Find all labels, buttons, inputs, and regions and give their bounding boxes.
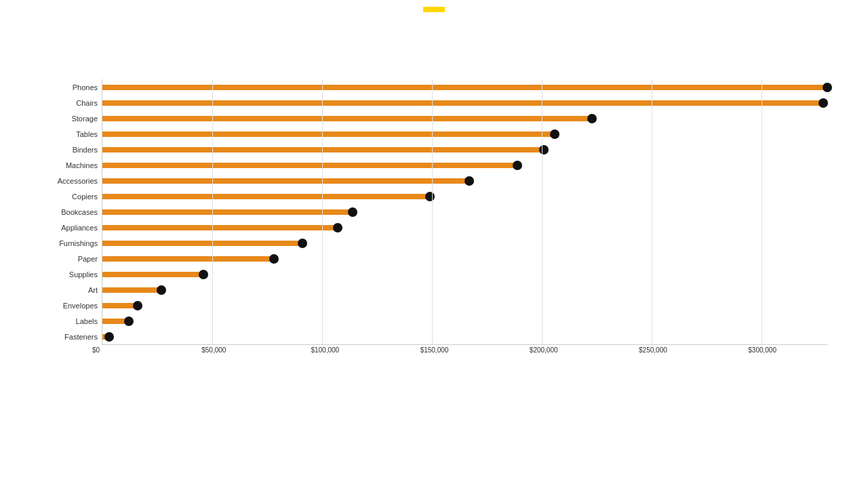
dot: [550, 129, 559, 139]
x-tick: $0: [92, 346, 100, 354]
lollipop-row: [102, 79, 827, 95]
dot: [513, 161, 522, 170]
y-label: Machines: [66, 157, 98, 173]
grid-line: [762, 79, 762, 344]
x-tick: $300,000: [748, 346, 776, 354]
bar: [102, 272, 203, 277]
y-label: Copiers: [72, 188, 98, 204]
page-header: [0, 0, 868, 73]
grid-line: [652, 79, 652, 344]
grid-line: [212, 79, 213, 344]
bar: [102, 100, 823, 106]
y-label: Storage: [71, 110, 98, 126]
dot: [348, 207, 357, 217]
bar: [102, 287, 161, 293]
dot: [465, 176, 474, 186]
chart-area: PhonesChairsStorageTablesBindersMachines…: [41, 79, 827, 357]
lollipop-row: [102, 266, 827, 282]
x-tick: $200,000: [530, 346, 558, 354]
dot: [425, 192, 435, 201]
grid-line: [542, 79, 542, 344]
bar: [102, 116, 592, 121]
x-tick: $50,000: [201, 346, 226, 354]
dot: [539, 145, 549, 155]
dot: [157, 285, 166, 295]
lollipop-row: [102, 157, 827, 173]
dot: [269, 254, 279, 264]
grid-line: [322, 79, 323, 344]
bar: [102, 85, 827, 90]
y-label: Chairs: [76, 95, 98, 110]
bar: [102, 178, 469, 184]
bar: [102, 163, 517, 168]
lollipop-row: [102, 251, 827, 266]
x-tick: $250,000: [639, 346, 667, 354]
bar: [102, 225, 338, 230]
plot-area: [102, 79, 827, 345]
dot: [104, 332, 114, 342]
y-label: Bookcases: [61, 204, 98, 220]
y-label: Accessories: [58, 173, 98, 188]
lollipop-row: [102, 282, 827, 298]
y-label: Binders: [73, 142, 98, 157]
lollipop-row: [102, 126, 827, 142]
lollipop-row: [102, 95, 827, 110]
y-label: Labels: [76, 313, 98, 329]
lollipop-row: [102, 329, 827, 344]
lollipop-row: [102, 220, 827, 235]
grid-line: [432, 79, 433, 344]
lollipop-row: [102, 110, 827, 126]
bar: [102, 194, 430, 199]
y-label: Furnishings: [59, 235, 98, 251]
dot: [818, 98, 828, 108]
x-axis: $0$50,000$100,000$150,000$200,000$250,00…: [106, 345, 827, 357]
main-title: [0, 19, 868, 73]
dot: [133, 301, 142, 310]
bar: [102, 209, 353, 215]
bar: [102, 241, 302, 246]
lollipop-row: [102, 313, 827, 329]
lollipop-row: [102, 173, 827, 188]
y-label: Tables: [76, 126, 98, 142]
bar: [102, 147, 544, 152]
y-label: Envelopes: [63, 298, 98, 313]
x-tick: $100,000: [311, 346, 339, 354]
dot: [124, 317, 134, 326]
lollipop-row: [102, 142, 827, 157]
y-label: Phones: [73, 79, 98, 95]
y-axis-labels: PhonesChairsStorageTablesBindersMachines…: [41, 79, 102, 345]
x-tick: $150,000: [420, 346, 449, 354]
lollipop-row: [102, 298, 827, 313]
y-label: Appliances: [61, 220, 98, 235]
dot: [333, 223, 342, 232]
dot: [298, 239, 307, 248]
dot: [199, 270, 208, 279]
y-label: Supplies: [69, 266, 98, 282]
chart-inner: PhonesChairsStorageTablesBindersMachines…: [41, 79, 827, 345]
lollipop-row: [102, 188, 827, 204]
bar: [102, 256, 274, 262]
lollipop-row: [102, 235, 827, 251]
bar: [102, 131, 555, 137]
y-label: Paper: [78, 251, 98, 266]
lollipop-row: [102, 204, 827, 220]
y-label: Art: [88, 282, 98, 298]
site-badge: [423, 7, 445, 12]
dot: [823, 83, 832, 92]
dot: [587, 114, 597, 123]
y-label: Fasteners: [64, 329, 98, 344]
